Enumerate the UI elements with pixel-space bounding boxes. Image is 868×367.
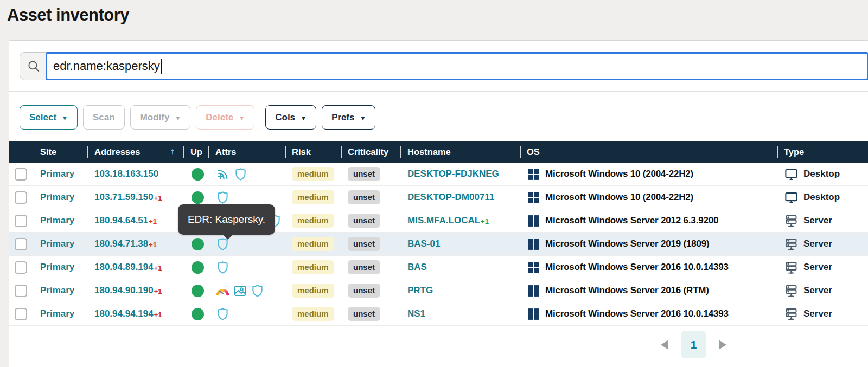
gauge-icon[interactable] [215, 284, 230, 298]
search-icon [27, 59, 41, 73]
table-row: Primary 180.94.94.194+1 medium unset NS1… [9, 302, 868, 326]
column-header-hostname[interactable]: Hostname [400, 141, 520, 163]
criticality-badge: unset [348, 167, 380, 181]
os-label: Microsoft Windows Server 2016 10.0.14393 [545, 262, 729, 273]
shield-icon[interactable] [250, 284, 265, 298]
column-header-up[interactable]: Up [183, 141, 208, 163]
site-link[interactable]: Primary [40, 308, 74, 319]
type-label: Desktop [803, 169, 840, 179]
windows-logo-icon [527, 284, 540, 298]
row-checkbox[interactable] [15, 238, 27, 250]
column-header-addresses[interactable]: Addresses ↑ [87, 141, 183, 163]
shield-icon[interactable] [215, 190, 230, 205]
table-row: Primary 180.94.89.194+1 medium unset BAS… [9, 256, 868, 279]
site-link[interactable]: Primary [40, 192, 74, 203]
cols-button[interactable]: Cols ▼ [265, 105, 316, 130]
address-extra-count[interactable]: +1 [154, 287, 162, 295]
hostname-link[interactable]: NS1 [407, 308, 425, 319]
delete-button[interactable]: Delete ▼ [196, 105, 254, 130]
server-icon [784, 214, 799, 228]
address-link[interactable]: 180.94.89.194 [94, 262, 154, 273]
hostname-extra-count[interactable]: +1 [481, 217, 489, 226]
table-row: Primary 180.94.64.51+1 medium unset MIS.… [9, 209, 868, 233]
hostname-link[interactable]: DESKTOP-FDJKNEG [407, 169, 499, 179]
shield-icon[interactable] [233, 167, 248, 182]
row-checkbox[interactable] [15, 215, 27, 227]
desktop-icon [784, 190, 799, 205]
edr-tooltip: EDR: Kaspersky. [178, 204, 275, 235]
prefs-button[interactable]: Prefs ▼ [322, 105, 375, 130]
attrs-cell [208, 163, 285, 185]
select-button[interactable]: Select ▼ [20, 105, 78, 130]
shield-icon[interactable] [215, 260, 230, 275]
address-extra-count[interactable]: +1 [154, 194, 162, 202]
risk-badge: medium [292, 190, 334, 204]
address-extra-count[interactable]: +1 [149, 217, 157, 226]
row-checkbox[interactable] [15, 285, 27, 297]
windows-logo-icon [527, 168, 540, 181]
row-checkbox[interactable] [15, 191, 27, 204]
address-extra-count[interactable]: +1 [154, 264, 162, 272]
chevron-down-icon: ▼ [301, 115, 307, 121]
address-link[interactable]: 180.94.90.190 [94, 285, 154, 296]
address-link[interactable]: 103.18.163.150 [94, 169, 158, 179]
scan-button[interactable]: Scan [83, 105, 125, 130]
os-label: Microsoft Windows 10 (2004-22H2) [545, 192, 693, 203]
row-checkbox[interactable] [15, 308, 27, 320]
column-header-attrs[interactable]: Attrs [208, 141, 285, 163]
previous-page-icon[interactable] [661, 340, 668, 350]
column-header-os[interactable]: OS [520, 141, 777, 163]
up-status-dot [192, 308, 204, 320]
address-link[interactable]: 180.94.94.194 [94, 308, 154, 319]
search-query-text: edr.name:kaspersky [53, 59, 160, 73]
risk-badge: medium [292, 260, 334, 274]
next-page-icon[interactable] [719, 340, 726, 350]
site-link[interactable]: Primary [40, 262, 74, 273]
criticality-badge: unset [348, 284, 380, 298]
address-link[interactable]: 103.71.59.150 [94, 192, 154, 203]
asset-table: Site Addresses ↑ Up Attrs Risk Criticali… [9, 141, 868, 326]
hostname-link[interactable]: BAS-01 [407, 239, 440, 249]
column-header-risk[interactable]: Risk [285, 141, 341, 163]
sort-ascending-icon[interactable]: ↑ [170, 146, 184, 157]
windows-logo-icon [527, 191, 540, 204]
hostname-link[interactable]: MIS.MFA.LOCAL [407, 215, 480, 226]
address-extra-count[interactable]: +1 [149, 241, 157, 249]
chevron-down-icon: ▼ [360, 115, 366, 121]
os-label: Microsoft Windows Server 2012 6.3.9200 [545, 215, 718, 226]
criticality-badge: unset [348, 190, 380, 204]
chevron-down-icon: ▼ [239, 115, 245, 121]
column-header-site[interactable]: Site [33, 141, 87, 163]
image-icon[interactable] [233, 284, 247, 298]
pagination: 1 [9, 331, 868, 358]
search-input[interactable]: edr.name:kaspersky [46, 52, 868, 80]
server-icon [784, 237, 799, 252]
site-link[interactable]: Primary [40, 215, 74, 226]
address-link[interactable]: 180.94.71.38 [94, 239, 148, 249]
current-page-button[interactable]: 1 [681, 331, 706, 358]
table-row: Primary 103.71.59.150+1 medium unset DES… [9, 186, 868, 209]
up-status-dot [192, 191, 204, 204]
shield-icon[interactable] [215, 307, 230, 321]
address-extra-count[interactable]: +1 [154, 311, 162, 319]
risk-badge: medium [292, 307, 334, 321]
address-link[interactable]: 180.94.64.51 [94, 215, 148, 226]
row-checkbox[interactable] [15, 261, 27, 274]
column-header-criticality[interactable]: Criticality [341, 141, 400, 163]
site-link[interactable]: Primary [40, 169, 74, 179]
modify-button[interactable]: Modify ▼ [130, 105, 191, 130]
signal-icon[interactable] [215, 167, 231, 182]
site-link[interactable]: Primary [40, 285, 74, 296]
column-header-type[interactable]: Type [777, 141, 868, 163]
site-link[interactable]: Primary [40, 239, 74, 249]
server-icon [784, 260, 799, 275]
up-status-dot [192, 238, 204, 250]
risk-badge: medium [292, 167, 334, 181]
hostname-link[interactable]: DESKTOP-DM00711 [407, 192, 494, 203]
search-button[interactable] [20, 52, 48, 80]
type-label: Desktop [803, 192, 840, 203]
criticality-badge: unset [348, 307, 380, 321]
hostname-link[interactable]: PRTG [407, 285, 433, 296]
hostname-link[interactable]: BAS [407, 262, 427, 273]
row-checkbox[interactable] [15, 168, 27, 181]
